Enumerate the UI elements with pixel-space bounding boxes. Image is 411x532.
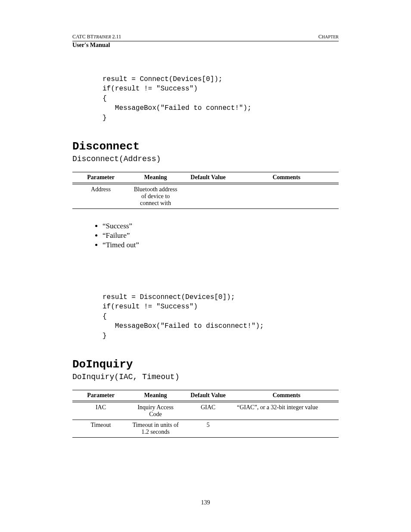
cell-default: GIAC bbox=[182, 401, 234, 420]
th-meaning: Meaning bbox=[129, 172, 182, 184]
table-row: IAC Inquiry Access Code GIAC “GIAC”, or … bbox=[72, 401, 339, 420]
cell-default: 5 bbox=[182, 420, 234, 437]
cell-meaning: Timeout in units of 1.2 seconds bbox=[129, 420, 182, 437]
page-header: CATC BTTRAINER 2.11 CHAPTER bbox=[72, 34, 339, 41]
table-row: Address Bluetooth address of device to c… bbox=[72, 184, 339, 209]
header-sub: User's Manual bbox=[72, 42, 339, 49]
cell-param: IAC bbox=[72, 401, 129, 420]
th-default: Default Value bbox=[182, 390, 234, 401]
cell-param: Timeout bbox=[72, 420, 129, 437]
code-example-connect: result = Connect(Devices[0]); if(result … bbox=[103, 75, 339, 123]
th-comments: Comments bbox=[234, 172, 339, 184]
signature-disconnect: Disconnect(Address) bbox=[72, 155, 339, 163]
params-table-doinquiry: Parameter Meaning Default Value Comments… bbox=[72, 390, 339, 438]
th-comments: Comments bbox=[234, 390, 339, 401]
cell-comments: “GIAC”, or a 32-bit integer value bbox=[234, 401, 339, 420]
th-parameter: Parameter bbox=[72, 172, 129, 184]
list-item: “Timed out” bbox=[103, 241, 339, 249]
code-text: result = Disconnect(Devices[0]); if(resu… bbox=[103, 292, 339, 341]
cell-meaning: Bluetooth address of device to connect w… bbox=[129, 184, 182, 209]
signature-doinquiry: DoInquiry(IAC, Timeout) bbox=[72, 373, 339, 381]
cell-comments bbox=[234, 184, 339, 209]
table-row: Timeout Timeout in units of 1.2 seconds … bbox=[72, 420, 339, 437]
page-number: 139 bbox=[0, 499, 411, 506]
cell-param: Address bbox=[72, 184, 129, 209]
cell-comments bbox=[234, 420, 339, 437]
code-text: result = Connect(Devices[0]); if(result … bbox=[103, 75, 339, 123]
th-default: Default Value bbox=[182, 172, 234, 184]
cell-meaning: Inquiry Access Code bbox=[129, 401, 182, 420]
th-parameter: Parameter bbox=[72, 390, 129, 401]
list-item: “Success” bbox=[103, 222, 339, 230]
th-meaning: Meaning bbox=[129, 390, 182, 401]
list-item: “Failure” bbox=[103, 231, 339, 240]
header-left: CATC BTTRAINER 2.11 bbox=[72, 34, 121, 40]
section-title-doinquiry: DoInquiry bbox=[72, 358, 339, 371]
params-table-disconnect: Parameter Meaning Default Value Comments… bbox=[72, 172, 339, 209]
code-example-disconnect: result = Disconnect(Devices[0]); if(resu… bbox=[103, 292, 339, 341]
cell-default bbox=[182, 184, 234, 209]
header-right: CHAPTER bbox=[318, 34, 339, 40]
section-title-disconnect: Disconnect bbox=[72, 140, 339, 153]
return-values-list: “Success” “Failure” “Timed out” bbox=[103, 222, 339, 249]
